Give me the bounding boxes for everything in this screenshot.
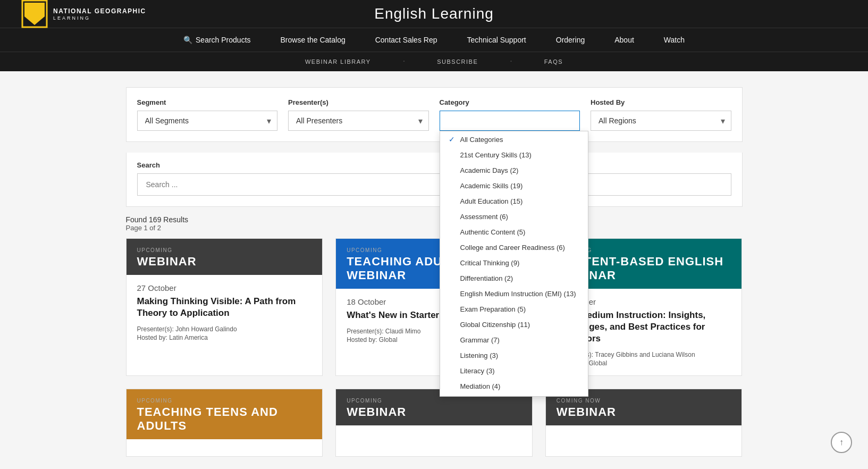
category-option-label: All Categories [460,136,503,144]
presenter-select-wrapper: All Presenters [288,111,429,131]
category-option-label: Grammar (7) [460,336,500,344]
search-icon: 🔍 [183,36,192,44]
nav-ordering[interactable]: Ordering [541,28,600,52]
category-option-label: Academic Skills (19) [460,182,523,190]
category-option-label: English Medium Instruction (EMI) (13) [460,290,576,298]
category-option-9[interactable]: Differentiation (2) [440,271,588,286]
category-option-8[interactable]: Critical Thinking (9) [440,255,588,271]
search-input[interactable] [137,173,731,196]
nav-watch[interactable]: Watch [649,28,700,52]
category-option-4[interactable]: Adult Education (15) [440,194,588,209]
search-label: Search [137,161,731,169]
nav-main: 🔍 Search Products Browse the Catalog Con… [0,28,868,52]
category-dropdown-menu: ✓All Categories21st Century Skills (13)A… [440,131,588,397]
card-body [127,439,323,456]
logo-text: NATIONAL GEOGRAPHIC LEARNING [53,7,146,21]
nav-browse-catalog[interactable]: Browse the Catalog [266,28,360,52]
category-option-label: Exam Preparation (5) [460,305,526,313]
category-option-7[interactable]: College and Career Readiness (6) [440,240,588,255]
nav-faqs[interactable]: FAQS [544,56,563,67]
logo-icon [21,0,48,28]
card-upcoming-label: UPCOMING [137,247,312,253]
category-option-label: Critical Thinking (9) [460,259,520,267]
category-option-15[interactable]: Literacy (3) [440,363,588,379]
nav-dot-1: · [403,56,405,67]
category-option-14[interactable]: Listening (3) [440,348,588,363]
cards-grid: UPCOMING WEBINAR 27 October Making Think… [126,238,743,457]
checkmark-icon: ✓ [449,135,456,144]
svg-marker-1 [24,3,45,25]
category-option-17[interactable]: Model Lesson (2) [440,394,588,397]
category-filter: Category ✓All Categories21st Century Ski… [440,98,580,131]
webinar-card-5[interactable]: COMING NOW WEBINAR [545,389,743,457]
category-option-16[interactable]: Mediation (4) [440,379,588,394]
category-option-13[interactable]: Grammar (7) [440,332,588,348]
card-type: WEBINAR [557,405,731,419]
filters-row: Segment All Segments Presenter(s) All Pr… [126,87,743,142]
presenter-label: Presenter(s) [288,98,429,106]
category-option-5[interactable]: Assessment (6) [440,209,588,224]
category-option-label: Differentiation (2) [460,274,513,282]
webinar-card-3[interactable]: UPCOMING TEACHING TEENS AND ADULTS [126,389,323,457]
segment-filter: Segment All Segments [137,98,278,131]
segment-select-wrapper: All Segments [137,111,278,131]
nav-subscribe[interactable]: SUBSCRIBE [437,56,478,67]
category-option-2[interactable]: Academic Days (2) [440,163,588,178]
category-option-label: Adult Education (15) [460,197,523,205]
category-option-label: 21st Century Skills (13) [460,151,532,159]
category-option-1[interactable]: 21st Century Skills (13) [440,147,588,163]
nav-dot-2: · [510,56,512,67]
category-option-11[interactable]: Exam Preparation (5) [440,302,588,317]
segment-select[interactable]: All Segments [137,111,278,131]
hosted-select-wrapper: All Regions [591,111,731,131]
category-option-12[interactable]: Global Citizenship (11) [440,317,588,332]
main-content: Segment All Segments Presenter(s) All Pr… [115,87,753,457]
webinar-card-0[interactable]: UPCOMING WEBINAR 27 October Making Think… [126,238,323,376]
category-option-6[interactable]: Authentic Content (5) [440,224,588,240]
category-option-label: Authentic Content (5) [460,228,526,236]
card-type: TEACHING TEENS AND ADULTS [137,405,312,433]
card-upcoming-label: UPCOMING [137,398,312,404]
card-body [336,425,532,442]
category-option-label: Listening (3) [460,351,499,359]
nav-about[interactable]: About [600,28,649,52]
card-body [546,425,742,442]
nav-technical-support[interactable]: Technical Support [452,28,541,52]
card-hosted: Hosted by: Latin America [137,334,312,341]
category-label: Category [440,98,580,106]
nav-bar: 🔍 Search Products Browse the Catalog Con… [0,28,868,71]
nav-contact-sales[interactable]: Contact Sales Rep [360,28,452,52]
nav-webinar-library[interactable]: WEBINAR LIBRARY [305,56,371,67]
card-date: 27 October [137,283,312,292]
category-option-10[interactable]: English Medium Instruction (EMI) (13) [440,286,588,302]
category-option-label: College and Career Readiness (6) [460,244,565,252]
category-option-label: Assessment (6) [460,213,508,221]
search-row: Search [126,153,743,207]
search-input-wrapper [137,173,731,196]
presenter-select[interactable]: All Presenters [288,111,429,131]
category-option-label: Literacy (3) [460,367,495,375]
scroll-top-button[interactable]: ↑ [831,432,852,453]
card-body: 27 October Making Thinking Visible: A Pa… [127,275,323,350]
results-count: Found 169 Results [126,215,743,224]
card-header: UPCOMING WEBINAR [127,239,323,275]
logo-area[interactable]: NATIONAL GEOGRAPHIC LEARNING [21,0,146,28]
card-presenter: Presenter(s): John Howard Galindo [137,325,312,333]
category-option-0[interactable]: ✓All Categories [440,131,588,147]
card-header: UPCOMING TEACHING TEENS AND ADULTS [127,389,323,439]
card-title: Making Thinking Visible: A Path from The… [137,296,312,319]
hosted-label: Hosted By [591,98,731,106]
hosted-select[interactable]: All Regions [591,111,731,131]
hosted-filter: Hosted By All Regions [591,98,731,131]
nav-search-products[interactable]: 🔍 Search Products [168,28,266,52]
nav-secondary: WEBINAR LIBRARY · SUBSCRIBE · FAQS [0,52,868,71]
category-option-3[interactable]: Academic Skills (19) [440,178,588,194]
webinar-card-4[interactable]: UPCOMING WEBINAR [335,389,533,457]
presenter-filter: Presenter(s) All Presenters [288,98,429,131]
card-upcoming-label: COMING NOW [557,398,731,404]
results-page: Page 1 of 2 [126,224,743,232]
category-option-label: Mediation (4) [460,382,501,390]
category-input[interactable] [440,111,580,131]
segment-label: Segment [137,98,278,106]
results-info: Found 169 Results Page 1 of 2 [126,215,743,232]
